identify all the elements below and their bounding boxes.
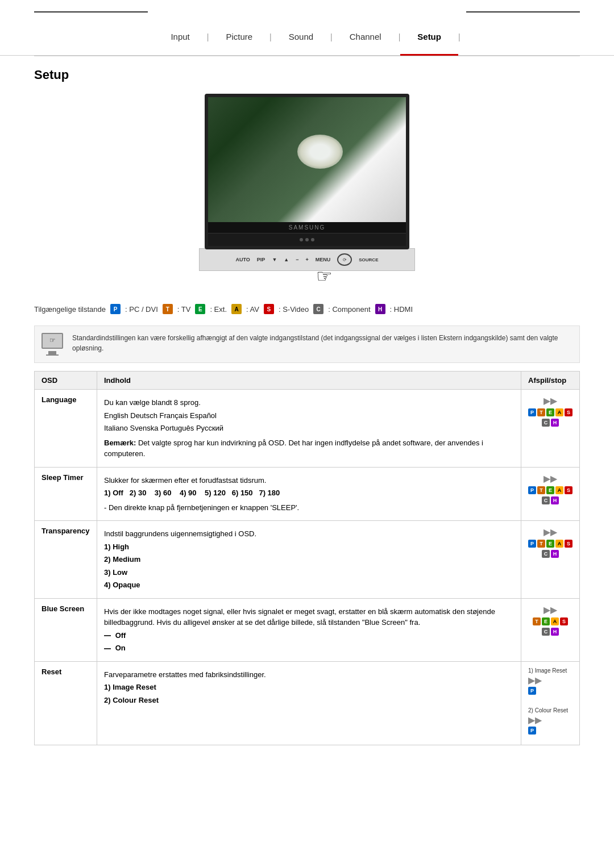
- tv-control-bar: [208, 233, 406, 246]
- note-box: ☞ Standardindstillingen kan være forskel…: [34, 326, 580, 363]
- table-row-sleep-timer: Sleep Timer Slukker for skærmen efter et…: [35, 467, 580, 521]
- info-table: OSD Indhold Afspil/stop Language Du kan …: [34, 371, 580, 745]
- reset-label-2: 2) Colour Reset: [528, 707, 568, 713]
- top-border: [0, 11, 614, 12]
- remote-plus-btn[interactable]: +: [305, 257, 308, 262]
- tv-control-dot: [305, 238, 309, 241]
- nav-setup[interactable]: Setup: [400, 28, 458, 45]
- osd-reset: Reset: [35, 661, 97, 745]
- available-states-label: Tilgængelige tilstande: [34, 305, 106, 314]
- badges-reset: 1) Image Reset ▶▶ P 2) Colour Reset ▶: [521, 661, 580, 745]
- tv-control-dot: [300, 238, 303, 241]
- state-svideo: : S-Video: [279, 305, 309, 314]
- remote-source-label: SOURCE: [359, 257, 378, 262]
- border-line-right: [466, 11, 580, 12]
- reset-label-1: 1) Image Reset: [528, 667, 567, 674]
- remote-pip-btn[interactable]: PIP: [257, 257, 265, 262]
- badge-p: P: [110, 304, 121, 314]
- table-header-osd: OSD: [35, 372, 97, 390]
- tv-brand-label: SAMSUNG: [208, 222, 406, 233]
- badge-e: E: [195, 304, 205, 314]
- osd-blue-screen: Blue Screen: [35, 598, 97, 661]
- table-row-reset: Reset Farveparametre erstattes med fabri…: [35, 661, 580, 745]
- badge-s: S: [264, 304, 274, 314]
- content-reset: Farveparametre erstattes med fabriksinds…: [97, 661, 521, 745]
- nav-picture[interactable]: Picture: [209, 28, 269, 45]
- border-line-left: [34, 11, 148, 12]
- osd-sleep-timer: Sleep Timer: [35, 467, 97, 521]
- remote-controls-row: AUTO PIP ▼ ▲ − + MENU ⟳ SOURCE: [199, 248, 415, 271]
- remote-auto-btn[interactable]: AUTO: [236, 257, 250, 262]
- remote-minus-btn[interactable]: −: [296, 257, 298, 262]
- nav-sound[interactable]: Sound: [272, 28, 330, 45]
- tv-control-dot: [311, 238, 314, 241]
- osd-transparency: Transparency: [35, 521, 97, 599]
- nav-channel[interactable]: Channel: [333, 28, 399, 45]
- content-sleep-timer: Slukker for skærmen efter et forudfastsa…: [97, 467, 521, 521]
- state-av: : AV: [246, 305, 259, 314]
- cursor-hand: ☞: [316, 265, 333, 287]
- table-row-language: Language Du kan vælge blandt 8 sprog. En…: [35, 390, 580, 468]
- state-tv: : TV: [177, 305, 191, 314]
- state-hdmi: : HDMI: [390, 305, 413, 314]
- badge-a: A: [231, 304, 242, 314]
- badge-c: C: [313, 304, 323, 314]
- content-blue-screen: Hvis der ikke modtages noget signal, ell…: [97, 598, 521, 661]
- badges-transparency: ▶▶ P T E A S C H: [521, 521, 580, 599]
- badges-blue-screen: ▶▶ T E A S C H: [521, 598, 580, 661]
- content-transparency: Indstil baggrundens uigennemsigtighed i …: [97, 521, 521, 599]
- badge-t: T: [163, 304, 173, 314]
- osd-language: Language: [35, 390, 97, 468]
- content-language: Du kan vælge blandt 8 sprog. English Deu…: [97, 390, 521, 468]
- table-row-blue-screen: Blue Screen Hvis der ikke modtages noget…: [35, 598, 580, 661]
- remote-down-btn[interactable]: ▼: [272, 257, 277, 262]
- page-title: Setup: [34, 68, 580, 82]
- remote-up-btn[interactable]: ▲: [284, 257, 289, 262]
- main-content: Setup SAMSUNG AUTO PIP ▼ ▲ − + MENU ⟳ SO…: [0, 56, 614, 757]
- state-ext: : Ext.: [210, 305, 227, 314]
- table-row-transparency: Transparency Indstil baggrundens uigenne…: [35, 521, 580, 599]
- note-text: Standardindstillingen kan være forskelli…: [72, 333, 572, 353]
- note-icon: ☞: [42, 333, 64, 356]
- table-header-afspil: Afspil/stop: [521, 372, 580, 390]
- tv-image-container: SAMSUNG AUTO PIP ▼ ▲ − + MENU ⟳ SOURCE ☞: [34, 94, 580, 287]
- nav-input[interactable]: Input: [154, 28, 206, 45]
- tv-screen: SAMSUNG: [205, 94, 409, 249]
- state-pcdvi: : PC / DVI: [125, 305, 158, 314]
- navigation-bar: Input | Picture | Sound | Channel | Setu…: [0, 18, 614, 56]
- tv-screen-display: [208, 97, 406, 222]
- remote-menu-btn[interactable]: MENU: [316, 257, 331, 262]
- badges-language: ▶▶ P T E A S C H: [521, 390, 580, 468]
- badges-sleep-timer: ▶▶ P T E A S C H: [521, 467, 580, 521]
- available-states: Tilgængelige tilstande P : PC / DVI T : …: [34, 304, 580, 314]
- table-header-indhold: Indhold: [97, 372, 521, 390]
- badge-h: H: [375, 304, 385, 314]
- state-component: : Component: [328, 305, 370, 314]
- remote-source-icon[interactable]: ⟳: [337, 253, 352, 266]
